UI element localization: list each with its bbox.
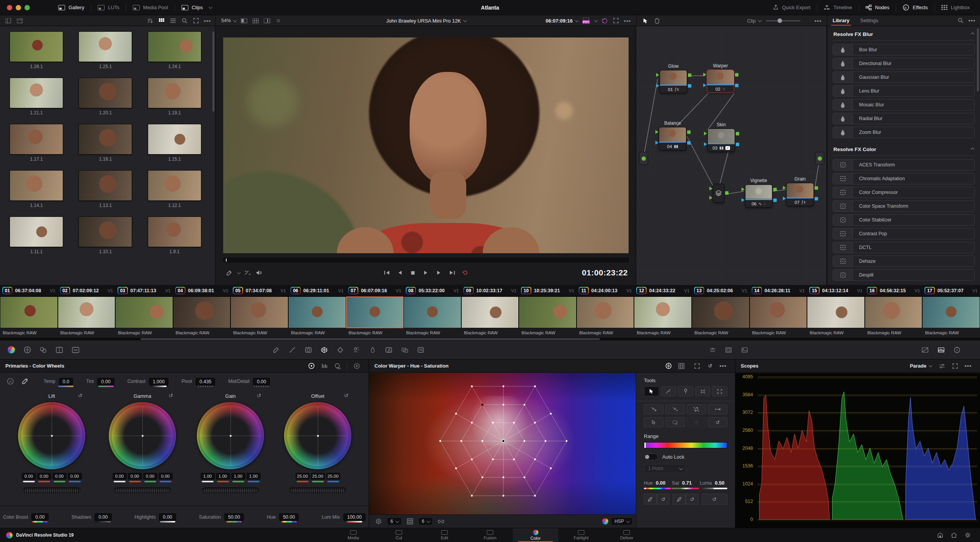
timeline-clip[interactable]: 07 06:07:09:16 V1 Blackmagic RAW: [346, 285, 404, 340]
gallery-toggle-button[interactable]: Gallery: [52, 0, 91, 15]
key-input-pin[interactable]: [656, 84, 659, 88]
color-wheels-mode-icon[interactable]: [306, 362, 317, 370]
clip-thumbnail[interactable]: [288, 296, 346, 328]
luts-toggle-button[interactable]: LUTs: [91, 0, 126, 15]
window-palette-icon[interactable]: [302, 344, 315, 356]
node-glow[interactable]: Glow 01ƒx: [660, 70, 687, 93]
highlights-value[interactable]: 0.00: [159, 513, 176, 521]
warper-hex-mode-icon[interactable]: [663, 362, 674, 370]
nodes-toggle-button[interactable]: Nodes: [859, 0, 896, 15]
move-point-tool[interactable]: [708, 404, 727, 414]
page-fusion[interactable]: Fusion: [467, 528, 513, 542]
fx-section-header[interactable]: Resolve FX Blur: [833, 30, 975, 41]
thumbnail-view-icon[interactable]: [157, 16, 166, 25]
fx-item[interactable]: Radial Blur: [833, 113, 975, 124]
gamma-channel-value[interactable]: 0.00: [158, 473, 173, 480]
color-bars-mode-icon[interactable]: [319, 362, 330, 370]
timeline-clip[interactable]: 13 04:25:02:06 V1 Blackmagic RAW: [692, 285, 750, 340]
effects-settings-palette-icon[interactable]: [414, 344, 427, 356]
gallery-still[interactable]: 1.13.1: [76, 170, 135, 208]
reset-palette-icon[interactable]: ↺: [705, 362, 715, 370]
goto-first-frame-button[interactable]: [381, 268, 393, 277]
node-vignette[interactable]: Vignette 06∿◌: [745, 184, 773, 208]
clip-thumbnail[interactable]: [577, 296, 634, 328]
lift-channel-value[interactable]: 0.00: [37, 473, 51, 480]
proxy-dropdown-icon[interactable]: [594, 18, 598, 22]
key-output-pin[interactable]: [735, 84, 738, 87]
lift-color-wheel[interactable]: [18, 402, 86, 470]
node-tree-output[interactable]: [815, 152, 824, 165]
page-media[interactable]: Media: [331, 528, 376, 542]
timeline-clip[interactable]: 16 04:56:32:15 V1 Blackmagic RAW: [865, 285, 923, 340]
clip-thumbnail[interactable]: [865, 296, 923, 328]
key-output-pin[interactable]: [736, 143, 739, 146]
gallery-still[interactable]: 1.15.1: [145, 124, 204, 162]
scope-settings-icon[interactable]: [937, 362, 947, 370]
clip-thumbnail[interactable]: [230, 296, 288, 328]
picker-dropdown-icon[interactable]: [237, 270, 241, 274]
offset-color-wheel[interactable]: [284, 402, 352, 470]
timeline-clip[interactable]: 01 06:37:04:08 V1 Blackmagic RAW: [0, 285, 58, 340]
sizing-palette-icon[interactable]: [69, 344, 82, 356]
gallery-still[interactable]: 1.24.1: [145, 31, 204, 69]
unmix-icon[interactable]: [242, 268, 253, 277]
rgb-input-pin[interactable]: [656, 73, 659, 77]
fx-item[interactable]: Lens Blur: [833, 85, 975, 97]
warper-selected-point[interactable]: [481, 403, 484, 406]
node-mode-dropdown-icon[interactable]: [758, 18, 762, 22]
gallery-options-icon[interactable]: •••: [203, 16, 212, 25]
draw-tool[interactable]: [661, 386, 676, 396]
select-point-tool[interactable]: [644, 417, 663, 427]
range-marker[interactable]: [644, 443, 646, 448]
stereo-palette-icon[interactable]: [398, 344, 411, 356]
offset-channel-value[interactable]: 25.00: [296, 473, 310, 480]
warper-center-point[interactable]: [502, 440, 505, 443]
layer-input-pin[interactable]: [709, 196, 712, 200]
color-boost-value[interactable]: 0.00: [31, 513, 48, 521]
log-wheels-mode-icon[interactable]: LOG: [332, 362, 343, 370]
node-balance[interactable]: Balance 04▮▮: [659, 127, 686, 150]
tab-library[interactable]: Library: [827, 15, 855, 26]
fx-item[interactable]: Despill: [833, 269, 975, 281]
key-input-pin[interactable]: [742, 198, 745, 202]
hue-reset-button[interactable]: ↺: [657, 494, 670, 505]
key-output-pin[interactable]: [815, 197, 818, 200]
audio-mute-icon[interactable]: [253, 268, 265, 277]
stop-button[interactable]: [407, 268, 419, 277]
curves-palette-icon[interactable]: [286, 344, 299, 356]
gallery-still[interactable]: 1.21.1: [7, 78, 66, 116]
stills-panel-icon[interactable]: [738, 344, 751, 356]
rgb-input-pin[interactable]: [655, 130, 658, 134]
warper-luma-value[interactable]: 0.50: [715, 480, 724, 486]
collapse-mesh-tool[interactable]: [695, 386, 710, 396]
gallery-still[interactable]: 1.10.1: [76, 216, 135, 254]
expand-gallery-icon[interactable]: [191, 16, 201, 25]
key-output-pin[interactable]: [773, 199, 777, 202]
scopes-panel-icon[interactable]: [934, 344, 947, 356]
reset-warp-tool[interactable]: ↺: [708, 417, 727, 427]
timeline-clip[interactable]: 06 06:29:11:01 V1 Blackmagic RAW: [288, 285, 346, 340]
gallery-scrollbar[interactable]: [212, 31, 214, 112]
clip-thumbnail[interactable]: [750, 296, 807, 328]
reset-icon[interactable]: ↺: [168, 392, 173, 399]
rgb-output-pin[interactable]: [815, 186, 818, 190]
search-icon[interactable]: [180, 16, 189, 25]
tint-value[interactable]: 0.00: [97, 378, 114, 386]
node-graph-panel[interactable]: Glow 01ƒx Warper 02⁙ Balance 04▮▮: [636, 26, 827, 285]
quick-export-button[interactable]: Quick Export: [766, 0, 817, 15]
jog-playhead[interactable]: [226, 259, 227, 262]
compare-grid-icon[interactable]: [251, 16, 260, 25]
sizing-panel-icon[interactable]: [722, 344, 735, 356]
rgb-output-pin[interactable]: [736, 132, 739, 135]
blur-palette-icon[interactable]: [366, 344, 379, 356]
layer-input-pin[interactable]: [709, 187, 712, 190]
fx-item[interactable]: ACES Transform: [833, 159, 975, 171]
fx-item[interactable]: Color Space Transform: [833, 200, 975, 212]
fx-item[interactable]: Zoom Blur: [833, 127, 975, 138]
gallery-still[interactable]: 1.14.1: [7, 170, 66, 208]
qualifier-palette-icon[interactable]: [270, 344, 283, 356]
compare-split-icon[interactable]: [239, 16, 248, 25]
node-warper[interactable]: Warper 02⁙: [707, 70, 734, 93]
fx-item[interactable]: Gaussian Blur: [833, 72, 975, 83]
node-options-icon[interactable]: •••: [813, 16, 823, 25]
